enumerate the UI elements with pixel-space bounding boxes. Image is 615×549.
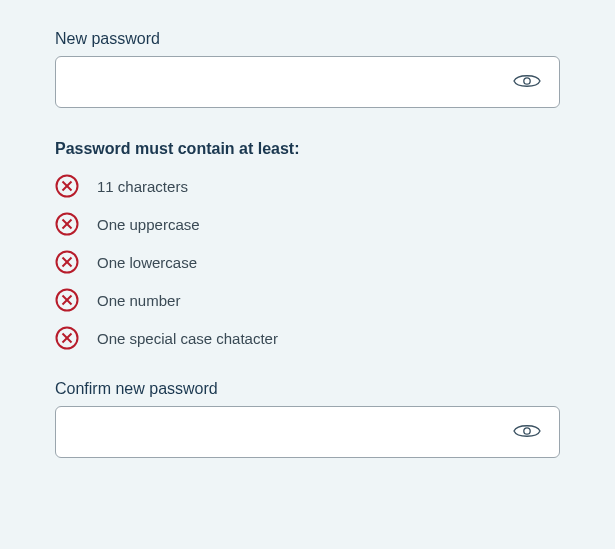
new-password-input-wrapper (55, 56, 560, 108)
requirement-text: One uppercase (97, 216, 200, 233)
x-circle-icon (55, 174, 79, 198)
requirement-item: 11 characters (55, 174, 560, 198)
requirement-item: One special case chatacter (55, 326, 560, 350)
new-password-input[interactable] (70, 57, 509, 107)
requirement-item: One number (55, 288, 560, 312)
x-circle-icon (55, 212, 79, 236)
requirements-heading: Password must contain at least: (55, 140, 560, 158)
eye-icon (513, 71, 541, 94)
password-requirements: Password must contain at least: 11 chara… (55, 140, 560, 350)
confirm-password-section: Confirm new password (55, 380, 560, 458)
requirement-item: One uppercase (55, 212, 560, 236)
requirement-item: One lowercase (55, 250, 560, 274)
requirements-list: 11 characters One uppercase One lowercas… (55, 174, 560, 350)
confirm-password-label: Confirm new password (55, 380, 560, 398)
confirm-password-input-wrapper (55, 406, 560, 458)
x-circle-icon (55, 250, 79, 274)
eye-icon (513, 421, 541, 444)
new-password-label: New password (55, 30, 560, 48)
requirement-text: One number (97, 292, 180, 309)
requirement-text: One lowercase (97, 254, 197, 271)
svg-point-0 (524, 77, 530, 83)
toggle-new-password-visibility-button[interactable] (509, 67, 545, 98)
requirement-text: 11 characters (97, 178, 188, 195)
new-password-section: New password (55, 30, 560, 108)
toggle-confirm-password-visibility-button[interactable] (509, 417, 545, 448)
x-circle-icon (55, 326, 79, 350)
requirement-text: One special case chatacter (97, 330, 278, 347)
x-circle-icon (55, 288, 79, 312)
confirm-password-input[interactable] (70, 407, 509, 457)
svg-point-16 (524, 427, 530, 433)
